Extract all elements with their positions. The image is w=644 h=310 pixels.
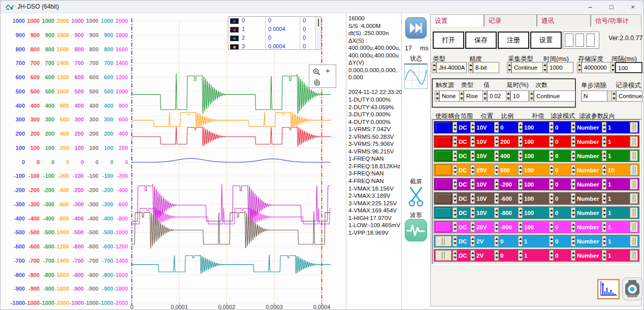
- fft-histogram-button[interactable]: [597, 279, 620, 299]
- channel-filter-param-value[interactable]: 1: [606, 253, 620, 259]
- spin-down-arrow[interactable]: [603, 129, 606, 131]
- channel-invert-toggle[interactable]: [630, 179, 638, 190]
- spin-up-arrow[interactable]: [550, 152, 553, 154]
- channel-scale-spinner[interactable]: [518, 250, 523, 261]
- spin-down-arrow[interactable]: [603, 200, 606, 202]
- channel-filter-param-value[interactable]: 1: [606, 238, 620, 244]
- spin-up-arrow[interactable]: [469, 64, 472, 66]
- acquire-type-value[interactable]: Continue: [511, 62, 544, 73]
- spin-up-arrow[interactable]: [471, 167, 474, 169]
- spin-down-arrow[interactable]: [495, 242, 498, 244]
- spin-up-arrow[interactable]: [550, 252, 553, 254]
- spin-up-arrow[interactable]: [611, 64, 615, 66]
- spin-down-arrow[interactable]: [495, 129, 498, 131]
- spin-up-arrow[interactable]: [572, 181, 575, 183]
- spin-up-arrow[interactable]: [495, 209, 498, 211]
- channel-position-value[interactable]: 200: [499, 139, 517, 145]
- spin-down-arrow[interactable]: [603, 242, 606, 244]
- channel-range-value[interactable]: 2V: [475, 238, 493, 244]
- trigger-source-value[interactable]: None: [439, 90, 460, 102]
- spin-down-arrow[interactable]: [543, 69, 546, 71]
- spin-up-arrow[interactable]: [471, 252, 474, 254]
- legend-row[interactable]: ◆000: [229, 17, 321, 25]
- spin-down-arrow[interactable]: [495, 214, 498, 216]
- spin-up-arrow[interactable]: [471, 195, 474, 197]
- spin-down-arrow[interactable]: [471, 129, 474, 131]
- tab-设置[interactable]: 设置: [430, 14, 484, 27]
- channel-scale-spinner[interactable]: [518, 236, 523, 246]
- channel-position-spinner[interactable]: [494, 122, 499, 133]
- channel-coupling-value[interactable]: DC: [457, 181, 469, 188]
- spin-up-arrow[interactable]: [603, 152, 606, 154]
- channel-position-spinner[interactable]: [494, 136, 499, 147]
- channel-invert-toggle[interactable]: [630, 250, 638, 261]
- spin-down-arrow[interactable]: [572, 129, 575, 131]
- interval-ms-value[interactable]: 100: [615, 62, 642, 73]
- channel-scale-spinner[interactable]: [518, 222, 523, 232]
- channel-filter-mode-spinner[interactable]: [571, 236, 575, 246]
- channel-position-spinner[interactable]: [494, 179, 499, 190]
- spin-down-arrow[interactable]: [550, 228, 553, 230]
- spin-up-arrow[interactable]: [495, 152, 498, 154]
- channel-position-spinner[interactable]: [494, 236, 499, 246]
- spin-up-arrow[interactable]: [519, 224, 522, 226]
- channel-coupling-value[interactable]: DC: [457, 253, 469, 259]
- channel-filter-mode-value[interactable]: Number: [575, 210, 601, 216]
- spin-up-arrow[interactable]: [507, 92, 510, 95]
- channel-invert-toggle[interactable]: [630, 193, 638, 204]
- channel-scale-value[interactable]: 100: [523, 167, 548, 173]
- channel-position-value[interactable]: -200: [499, 181, 517, 188]
- spin-up-arrow[interactable]: [550, 209, 553, 211]
- trigger-value-spinner[interactable]: [482, 90, 487, 102]
- spin-up-arrow[interactable]: [603, 209, 606, 211]
- channel-position-value[interactable]: 0: [499, 125, 517, 131]
- spin-down-arrow[interactable]: [454, 143, 457, 145]
- channel-coupling-spinner[interactable]: [453, 222, 457, 232]
- trigger-type-spinner[interactable]: [459, 90, 464, 102]
- channel-position-spinner[interactable]: [494, 222, 499, 232]
- spin-down-arrow[interactable]: [519, 157, 522, 159]
- channel-scale-value[interactable]: 100: [523, 210, 548, 216]
- channel-scale-value[interactable]: 100: [523, 196, 548, 202]
- plot-legend[interactable]: ◆000◆10.00040◆200◆30.00040: [228, 16, 321, 50]
- channel-filter-param-spinner[interactable]: [602, 136, 606, 147]
- spin-up-arrow[interactable]: [603, 224, 606, 226]
- channel-coupling-spinner[interactable]: [453, 179, 457, 190]
- channel-compensation-spinner[interactable]: [549, 179, 554, 190]
- storage-depth-spinner[interactable]: [577, 62, 582, 73]
- spin-up-arrow[interactable]: [495, 224, 498, 226]
- tab-通讯[interactable]: 通讯: [537, 14, 591, 26]
- spin-down-arrow[interactable]: [471, 242, 474, 244]
- channel-filter-mode-value[interactable]: Number: [575, 196, 601, 202]
- spin-down-arrow[interactable]: [603, 143, 606, 145]
- channel-scale-spinner[interactable]: [518, 207, 523, 218]
- trigger-delay-value[interactable]: 10: [510, 90, 529, 102]
- time-ms-spinner[interactable]: [542, 62, 547, 73]
- channel-filter-mode-value[interactable]: Number: [575, 139, 601, 145]
- channel-position-value[interactable]: -800: [499, 210, 517, 216]
- status-waveform-thumbnail[interactable]: [404, 64, 428, 89]
- spin-down-arrow[interactable]: [471, 228, 474, 230]
- close-button[interactable]: ×: [622, 1, 643, 13]
- spin-up-arrow[interactable]: [603, 195, 606, 197]
- device-type-value[interactable]: JH-4000A: [436, 62, 467, 73]
- channel-filter-mode-spinner[interactable]: [571, 150, 575, 161]
- spin-down-arrow[interactable]: [603, 171, 606, 173]
- channel-scale-spinner[interactable]: [518, 193, 523, 204]
- channel-scale-spinner[interactable]: [518, 179, 523, 190]
- spin-up-arrow[interactable]: [471, 209, 474, 211]
- spin-down-arrow[interactable]: [550, 185, 553, 188]
- channel-enable-toggle[interactable]: [435, 179, 452, 190]
- trigger-count-value[interactable]: Continue: [534, 90, 575, 102]
- maximize-button[interactable]: □: [601, 1, 622, 13]
- spin-down-arrow[interactable]: [572, 171, 575, 173]
- spin-down-arrow[interactable]: [572, 143, 575, 145]
- channel-invert-toggle[interactable]: [630, 207, 638, 218]
- spin-up-arrow[interactable]: [454, 195, 457, 197]
- channel-filter-param-spinner[interactable]: [602, 165, 606, 175]
- channel-range-spinner[interactable]: [470, 250, 475, 261]
- camera-button[interactable]: [622, 277, 642, 300]
- channel-filter-param-spinner[interactable]: [602, 122, 606, 133]
- spin-down-arrow[interactable]: [572, 157, 575, 159]
- spin-down-arrow[interactable]: [519, 242, 522, 244]
